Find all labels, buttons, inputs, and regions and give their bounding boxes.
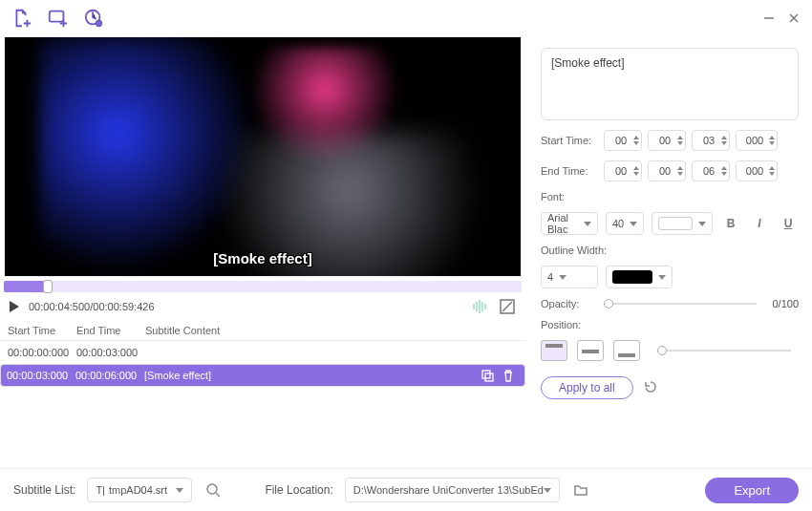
opacity-value: 0/100 [772, 298, 799, 309]
reset-icon[interactable] [643, 379, 658, 397]
start-hh-stepper[interactable]: 00 [604, 130, 642, 151]
close-button[interactable] [785, 10, 802, 27]
outline-color-select[interactable] [606, 266, 673, 288]
position-top[interactable] [541, 340, 567, 361]
font-size-select[interactable]: 40 [606, 212, 644, 235]
export-button[interactable]: Export [705, 478, 799, 503]
opacity-handle[interactable] [604, 299, 613, 309]
subtitle-list-label: Subtitle List: [13, 483, 75, 497]
subtitle-list-select[interactable]: T|tmpAD04.srt [87, 478, 192, 502]
delete-icon[interactable] [498, 365, 519, 386]
outline-label: Outline Width: [541, 245, 799, 256]
italic-button[interactable]: I [749, 213, 770, 234]
opacity-slider[interactable] [604, 303, 757, 305]
title-bar [0, 0, 812, 36]
add-screen-icon[interactable] [46, 7, 69, 30]
play-button[interactable] [10, 301, 19, 312]
table-row[interactable]: 00:00:03:000 00:00:06:000 [Smoke effect] [0, 364, 525, 387]
playback-time: 00:00:04:500/00:00:59:426 [29, 301, 155, 312]
add-file-icon[interactable] [10, 7, 32, 30]
position-label: Position: [541, 319, 799, 330]
svg-line-12 [502, 302, 512, 311]
position-bottom[interactable] [613, 340, 640, 361]
underline-button[interactable]: U [778, 213, 799, 234]
end-hh-stepper[interactable]: 00 [604, 160, 642, 181]
svg-point-15 [207, 484, 217, 494]
fullscreen-icon[interactable] [499, 298, 516, 315]
start-mm-stepper[interactable]: 00 [648, 130, 686, 151]
minimize-button[interactable] [760, 10, 778, 27]
timeline-handle[interactable] [43, 280, 53, 293]
subtitle-table-header: Start Time End Time Subtitle Content [0, 321, 525, 341]
duplicate-icon[interactable] [477, 365, 498, 386]
svg-line-16 [216, 493, 220, 497]
table-row[interactable]: 00:00:00:000 00:00:03:000 [0, 341, 525, 364]
bold-button[interactable]: B [720, 213, 741, 234]
start-time-label: Start Time: [541, 135, 598, 146]
end-ss-stepper[interactable]: 06 [692, 160, 730, 181]
timeline-scrubber[interactable] [4, 281, 522, 292]
end-mm-stepper[interactable]: 00 [648, 160, 686, 181]
file-location-select[interactable]: D:\Wondershare UniConverter 13\SubEd [345, 478, 560, 502]
opacity-label: Opacity: [541, 298, 588, 309]
add-clip-icon[interactable] [82, 7, 105, 30]
apply-to-all-button[interactable]: Apply to all [541, 376, 633, 399]
font-color-select[interactable] [652, 212, 713, 235]
svg-rect-14 [485, 373, 493, 381]
outline-width-select[interactable]: 4 [541, 266, 598, 288]
file-location-label: File Location: [265, 483, 332, 497]
subtitle-text-input[interactable]: [Smoke effect] [541, 48, 799, 120]
caption-overlay: [Smoke effect] [5, 250, 521, 266]
position-handle[interactable] [657, 346, 667, 355]
font-family-select[interactable]: Arial Blac [541, 212, 598, 235]
end-time-label: End Time: [541, 165, 598, 177]
search-icon[interactable] [203, 480, 223, 500]
open-folder-icon[interactable] [571, 480, 590, 500]
waveform-icon[interactable] [472, 298, 489, 315]
video-preview[interactable]: [Smoke effect] [4, 36, 522, 277]
start-ss-stepper[interactable]: 03 [692, 130, 730, 151]
svg-rect-0 [50, 11, 64, 22]
font-label: Font: [541, 191, 799, 202]
position-slider[interactable] [657, 350, 791, 351]
svg-rect-13 [482, 371, 490, 378]
end-ms-stepper[interactable]: 000 [736, 160, 778, 181]
start-ms-stepper[interactable]: 000 [736, 130, 778, 151]
position-middle[interactable] [577, 340, 604, 361]
